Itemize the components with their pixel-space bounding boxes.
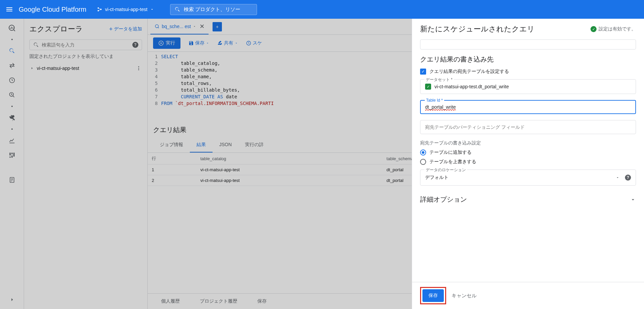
destination-section-title: クエリ結果の書き込み先 (420, 55, 636, 64)
collapsed-section[interactable] (420, 39, 636, 49)
gcp-logo[interactable]: Google Cloud Platform (19, 6, 86, 13)
help-icon[interactable]: ? (625, 175, 631, 181)
dropdown-icon (150, 7, 154, 11)
cancel-button[interactable]: キャンセル (452, 293, 477, 299)
table-id-label: Table Id * (425, 98, 444, 103)
checkbox-checked-icon[interactable]: ✓ (420, 69, 426, 75)
chevron-down-icon (630, 197, 636, 203)
table-id-value[interactable]: dt_portal_write (425, 104, 456, 110)
valid-status: ✓ 設定は有効です。 (591, 26, 636, 32)
save-button[interactable]: 保存 (422, 289, 444, 302)
advanced-title: 詳細オプション (420, 195, 467, 204)
partition-input[interactable] (425, 124, 631, 130)
project-selector[interactable]: vi-ct-matsui-app-test (94, 5, 157, 13)
radio-checked-icon[interactable] (420, 149, 426, 156)
partition-field[interactable] (420, 120, 636, 134)
location-value: デフォルト (425, 175, 448, 181)
hamburger-menu-icon[interactable] (5, 5, 13, 13)
schedule-query-panel: 新たにスケジュールされたクエリ ✓ 設定は有効です。 クエリ結果の書き込み先 ✓… (412, 19, 644, 309)
radio-overwrite-row[interactable]: テーブルを上書きする (420, 159, 636, 165)
radio-label: テーブルに追加する (429, 149, 472, 156)
panel-footer: 保存 キャンセル (412, 282, 644, 309)
dataset-field[interactable]: データセット * ✓ vi-ct-matsui-app-test.dt_port… (420, 79, 636, 94)
dataset-value: vi-ct-matsui-app-test.dt_portal_write (434, 84, 509, 89)
advanced-options-section[interactable]: 詳細オプション (420, 192, 636, 207)
project-name: vi-ct-matsui-app-test (105, 7, 147, 12)
search-placeholder: 検索 プロダクト、リソー (184, 6, 240, 13)
save-button-highlight: 保存 (420, 287, 446, 304)
valid-check-icon: ✓ (425, 84, 431, 90)
dropdown-icon (616, 176, 620, 180)
set-destination-checkbox-row[interactable]: ✓ クエリ結果の宛先テーブルを設定する (420, 69, 636, 75)
location-label: データのロケーション (424, 167, 467, 173)
checkbox-label: クエリ結果の宛先テーブルを設定する (429, 69, 509, 75)
dataset-label: データセット * (424, 77, 454, 83)
panel-title: 新たにスケジュールされたクエリ (420, 24, 535, 34)
write-pref-label: 宛先テーブルの書き込み設定 (420, 140, 636, 146)
table-id-field[interactable]: Table Id * dt_portal_write (420, 100, 636, 114)
location-select[interactable]: データのロケーション デフォルト ? (420, 170, 636, 186)
global-search[interactable]: 検索 プロダクト、リソー (170, 4, 257, 15)
radio-append-row[interactable]: テーブルに追加する (420, 149, 636, 156)
search-icon (174, 6, 180, 12)
check-circle-icon: ✓ (591, 26, 597, 32)
app-header: Google Cloud Platform vi-ct-matsui-app-t… (0, 0, 644, 19)
radio-label: テーブルを上書きする (429, 159, 476, 165)
radio-unchecked-icon[interactable] (420, 159, 426, 165)
